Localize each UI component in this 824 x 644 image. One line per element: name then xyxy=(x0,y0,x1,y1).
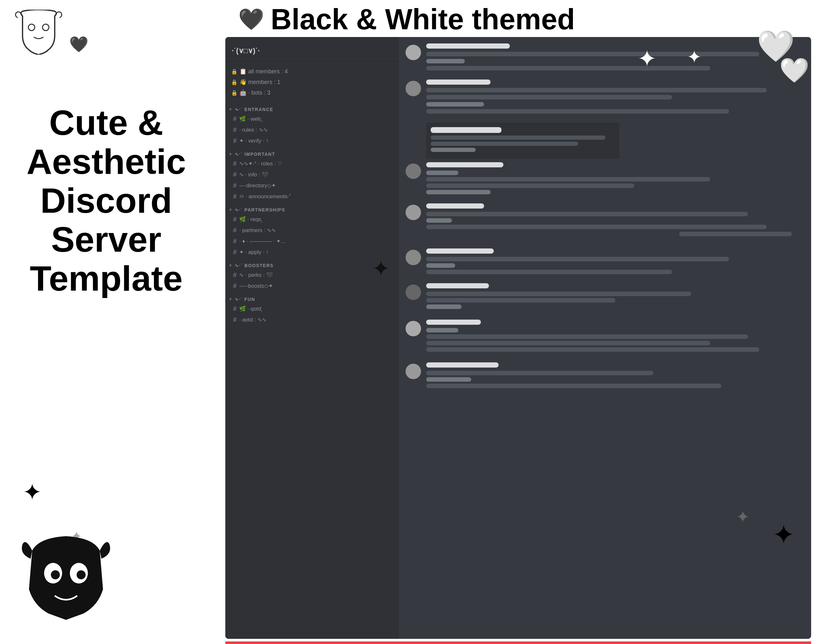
server-name: ·˙(∨□∨)˙· xyxy=(225,43,399,62)
msg-line-23 xyxy=(426,334,748,339)
msg-username-bar-2 xyxy=(426,80,490,85)
channel-name-boosts: —·-boosts◇✦ xyxy=(239,283,273,289)
voice-channels-section: 🔒 📋 all members : 4 🔒 👋 members : 1 🔒 🤖 … xyxy=(225,65,399,100)
msg-line-17 xyxy=(426,263,455,268)
discord-sidebar: ·˙(∨□∨)˙· 🔒 📋 all members : 4 🔒 👋 member… xyxy=(225,37,399,639)
msg-line-27 xyxy=(426,377,471,382)
message-content-5 xyxy=(426,203,805,239)
msg-username-bar-5 xyxy=(426,203,484,209)
msg-line-11 xyxy=(426,190,490,194)
channel-partners[interactable]: # · partners : ∿∿ xyxy=(228,225,397,235)
channel-welc[interactable]: # 🌿 · welc˛ xyxy=(228,114,397,124)
msg-line-28 xyxy=(426,384,721,388)
channel-announcements[interactable]: # ♾ · announcements·˚ xyxy=(228,191,397,202)
avatar-3 xyxy=(406,163,421,179)
msg-line-19 xyxy=(426,292,691,296)
message-group-7 xyxy=(406,283,805,312)
channel-name-apply: ✦ · apply · ↑ xyxy=(239,249,269,255)
msg-username-bar-8 xyxy=(426,320,481,325)
hash-icon-roles: # xyxy=(233,160,237,168)
channel-verify[interactable]: # ✦ · verify · ↑ xyxy=(228,135,397,146)
hash-icon-boosts: # xyxy=(233,282,237,290)
small-heart-decoration: 🖤 xyxy=(69,35,89,54)
channel-boosts[interactable]: # —·-boosts◇✦ xyxy=(228,281,397,291)
left-panel: 🖤 Cute & Aesthetic Discord Server Templa… xyxy=(0,0,212,644)
channel-name-divider: · ♦ · ———— · ✦… xyxy=(239,238,286,244)
msg-line-20 xyxy=(426,298,615,303)
msg-line-18 xyxy=(426,270,672,274)
message-group-5 xyxy=(406,203,805,239)
channel-qotd[interactable]: # 🌿 · qotd˛ xyxy=(228,303,397,314)
msg-line-8 xyxy=(426,171,458,175)
category-fun[interactable]: ▼ ∿·˙ FUN xyxy=(225,292,399,303)
channel-name-announcements: ♾ · announcements·˚ xyxy=(239,193,291,200)
channel-apply[interactable]: # ✦ · apply · ↑ xyxy=(228,247,397,257)
category-label-partnerships: ∿·˙ PARTNERSHIPS xyxy=(235,207,285,212)
avatar-6 xyxy=(406,284,421,300)
message-content-9 xyxy=(426,363,805,391)
embed-box xyxy=(426,123,619,159)
category-important[interactable]: ▼ ∿·˙ IMPORTANT xyxy=(225,146,399,158)
category-partnerships[interactable]: ▼ ∿·˙ PARTNERSHIPS xyxy=(225,202,399,214)
channel-reqs[interactable]: # 🌿 · reqs˛ xyxy=(228,214,397,224)
message-content-1 xyxy=(426,43,805,73)
discord-ghost-svg xyxy=(13,10,65,55)
voice-member-row-3[interactable]: 🔒 🤖 · bots : 3 xyxy=(229,88,396,97)
message-group-6 xyxy=(406,249,805,277)
message-content-8 xyxy=(426,320,805,354)
channel-divider[interactable]: # · ♦ · ———— · ✦… xyxy=(228,236,397,246)
channel-perks[interactable]: # ∿ · perks : 🖤 xyxy=(228,270,397,280)
channel-directory[interactable]: # —·directory◇✦ xyxy=(228,180,397,191)
discord-main-content: ✦ xyxy=(399,37,811,639)
sparkle-sidebar-decoration: ✦ xyxy=(372,256,390,281)
category-label-boosters: ∿·˙ BOOSTERS xyxy=(235,263,274,268)
category-arrow-important: ▼ xyxy=(229,152,233,157)
channel-aotd[interactable]: # · aotd : ∿∿ xyxy=(228,314,397,325)
category-entrance[interactable]: ▼ ∿·˙ ENTRANCE xyxy=(225,102,399,113)
page-header: 🖤 Black & White themed xyxy=(212,0,824,38)
avatar-1 xyxy=(406,45,421,60)
voice-member-row-1[interactable]: 🔒 📋 all members : 4 xyxy=(229,67,396,76)
msg-line-16 xyxy=(426,257,729,261)
sparkle-decoration-left: ✦ xyxy=(23,479,42,506)
avatar-5 xyxy=(406,250,421,265)
channel-info[interactable]: # ∿ · info : 🖤 xyxy=(228,169,397,180)
heart-decoration-2: 🤍 xyxy=(779,56,810,85)
hash-icon-reqs: # xyxy=(233,216,237,223)
sparkle-bottom-right-lg: ✦ xyxy=(772,519,795,551)
msg-line-9 xyxy=(426,177,710,181)
msg-line-1 xyxy=(426,52,759,56)
channel-roles[interactable]: # ∿∿✦·° · roles : ♡ xyxy=(228,158,397,169)
hash-icon-perks: # xyxy=(233,271,237,279)
channel-name-qotd: 🌿 · qotd˛ xyxy=(239,306,263,312)
message-group-9 xyxy=(406,363,805,391)
hash-icon-qotd: # xyxy=(233,305,237,312)
msg-line-24 xyxy=(426,341,710,345)
main-title: Cute & Aesthetic Discord Server Template xyxy=(13,103,200,298)
lock-icon-2: 🔒 xyxy=(231,79,238,85)
category-label-entrance: ∿·˙ ENTRANCE xyxy=(235,107,273,112)
msg-username-bar-9 xyxy=(426,363,498,367)
voice-member-row-2[interactable]: 🔒 👋 members : 1 xyxy=(229,77,396,87)
hash-icon-directory: # xyxy=(233,182,237,189)
header-title: Black & White themed xyxy=(271,3,575,36)
msg-line-10 xyxy=(426,183,635,188)
message-group-2 xyxy=(406,80,805,116)
channel-name-verify: ✦ · verify · ↑ xyxy=(239,137,269,144)
svg-point-1 xyxy=(43,24,49,31)
msg-username-bar-7 xyxy=(426,283,489,288)
message-content-2 xyxy=(426,80,805,116)
sparkle-bottom-right-sm: ✦ xyxy=(736,507,750,527)
msg-line-2 xyxy=(426,59,465,63)
svg-point-5 xyxy=(77,570,86,579)
chat-sparkle-1: ✦ xyxy=(687,47,702,67)
channel-rules[interactable]: # · rules : ∿∿ xyxy=(228,124,397,135)
category-arrow-fun: ▼ xyxy=(229,297,233,301)
lock-icon-3: 🔒 xyxy=(231,90,238,96)
msg-line-7 xyxy=(426,109,729,114)
bots-channel: 🤖 · bots : 3 xyxy=(240,89,271,96)
channel-name-info: ∿ · info : 🖤 xyxy=(239,171,269,178)
message-content-4 xyxy=(426,162,805,197)
avatar-4 xyxy=(406,205,421,220)
svg-point-4 xyxy=(51,570,60,579)
